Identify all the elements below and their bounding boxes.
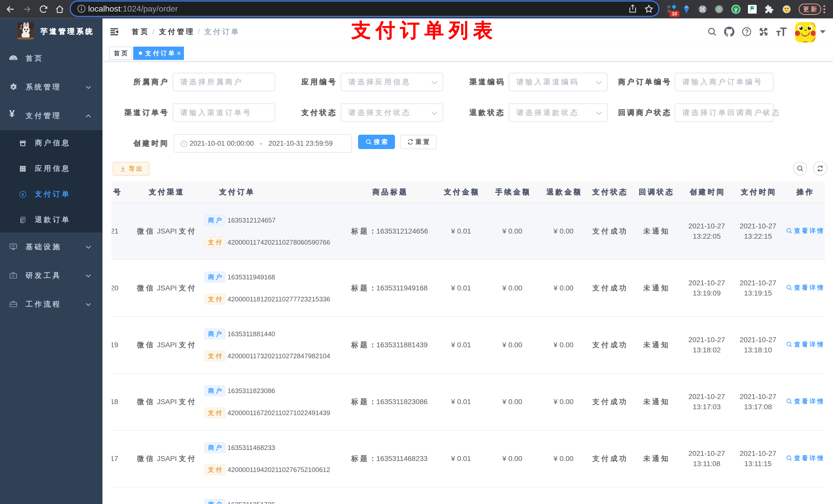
svg-text:y: y <box>734 6 737 12</box>
